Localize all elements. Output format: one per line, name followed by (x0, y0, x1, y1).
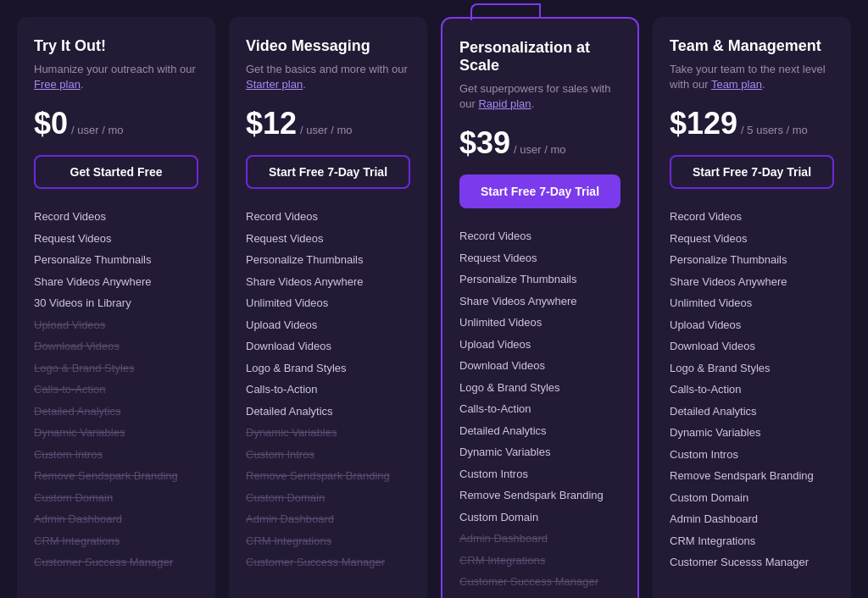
feature-item: Customer Success Manager (246, 551, 410, 573)
plan-description: Get superpowers for sales with our Rapid… (459, 81, 620, 112)
feature-item: Custom Intros (246, 444, 410, 466)
feature-item: Admin Dashboard (246, 508, 410, 530)
feature-item: Dynamic Variables (34, 422, 198, 444)
feature-item: Calls-to-Action (34, 379, 198, 401)
feature-item: Personalize Thumbnails (459, 269, 620, 291)
feature-item: Detailed Analytics (246, 401, 410, 423)
price-period: / 5 users / mo (741, 124, 808, 136)
pricing-grid: Try It Out!Humanize your outreach with o… (17, 17, 851, 598)
feature-item: CRM Integrations (34, 530, 198, 552)
feature-item: Download Videos (459, 355, 620, 377)
feature-item: Logo & Brand Styles (459, 377, 620, 399)
feature-item: Request Videos (670, 228, 834, 250)
feature-item: Customer Sucesss Manager (670, 551, 834, 573)
feature-item: Share Videos Anywhere (459, 291, 620, 313)
pricing-card-personalization-at-scale: Personalization at ScaleGet superpowers … (441, 17, 639, 598)
feature-item: Admin Dashboard (670, 508, 834, 530)
feature-item: Dynamic Variables (670, 422, 834, 444)
feature-item: Custom Intros (670, 444, 834, 466)
feature-item: Unlimited Videos (459, 312, 620, 334)
feature-item: 30 Videos in Library (34, 292, 198, 314)
plan-name: Video Messaging (246, 37, 410, 55)
price-row: $129/ 5 users / mo (670, 106, 834, 141)
feature-item: Share Videos Anywhere (246, 271, 410, 293)
feature-item: Record Videos (246, 206, 410, 228)
features-list: Record VideosRequest VideosPersonalize T… (670, 206, 834, 573)
feature-item: Personalize Thumbnails (246, 249, 410, 271)
cta-button[interactable]: Start Free 7-Day Trial (459, 174, 620, 208)
feature-item: Upload Videos (246, 314, 410, 336)
feature-item: Request Videos (246, 228, 410, 250)
feature-item: Detailed Analytics (670, 401, 834, 423)
feature-item: Detailed Analytics (34, 401, 198, 423)
feature-item: Calls-to-Action (459, 398, 620, 420)
feature-item: Unlimited Videos (246, 292, 410, 314)
pricing-card-video-messaging: Video MessagingGet the basics and more w… (229, 17, 427, 598)
feature-item: CRM Integrations (246, 530, 410, 552)
plan-link[interactable]: Starter plan (246, 78, 303, 91)
feature-item: Upload Videos (34, 314, 198, 336)
feature-item: Custom Domain (246, 487, 410, 509)
feature-item: Custom Intros (34, 444, 198, 466)
feature-item: Calls-to-Action (670, 379, 834, 401)
feature-item: Upload Videos (670, 314, 834, 336)
feature-item: Remove Sendspark Branding (459, 484, 620, 507)
pricing-card-try-it-out: Try It Out!Humanize your outreach with o… (17, 17, 215, 598)
feature-item: Logo & Brand Styles (34, 357, 198, 379)
feature-item: Detailed Analytics (459, 420, 620, 442)
cta-button[interactable]: Get Started Free (34, 155, 198, 189)
feature-item: Dynamic Variables (246, 422, 410, 444)
feature-item: Customer Success Manager (34, 551, 198, 573)
feature-item: Logo & Brand Styles (670, 357, 834, 379)
feature-item: Record Videos (34, 206, 198, 228)
feature-item: Dynamic Variables (459, 441, 620, 463)
feature-item: Request Videos (459, 247, 620, 269)
feature-item: CRM Integrations (459, 550, 620, 572)
feature-item: Remove Sendspark Branding (670, 465, 834, 487)
plan-link[interactable]: Free plan (34, 78, 81, 91)
plan-name: Personalization at Scale (459, 39, 620, 75)
features-list: Record VideosRequest VideosPersonalize T… (459, 225, 620, 593)
price-row: $39/ user / mo (459, 125, 620, 161)
feature-item: Record Videos (459, 225, 620, 247)
feature-item: Logo & Brand Styles (246, 357, 410, 379)
plan-link[interactable]: Team plan (711, 78, 762, 91)
feature-item: Share Videos Anywhere (670, 271, 834, 293)
feature-item: Custom Domain (34, 487, 198, 509)
price-amount: $12 (246, 106, 297, 141)
price-amount: $39 (459, 125, 510, 161)
features-list: Record VideosRequest VideosPersonalize T… (34, 206, 198, 573)
feature-item: Download Videos (34, 335, 198, 357)
feature-item: Unlimited Videos (670, 292, 834, 314)
feature-item: Admin Dashboard (34, 508, 198, 530)
feature-item: CRM Integrations (670, 530, 834, 552)
pricing-card-team-management: Team & ManagementTake your team to the n… (653, 17, 851, 598)
plan-link[interactable]: Rapid plan (478, 97, 531, 110)
feature-item: Custom Domain (459, 507, 620, 529)
feature-item: Personalize Thumbnails (670, 249, 834, 271)
feature-item: Custom Domain (670, 487, 834, 509)
feature-item: Request Videos (34, 228, 198, 250)
feature-item: Remove Sendspark Branding (34, 465, 198, 487)
feature-item: Remove Sendspark Branding (246, 465, 410, 487)
plan-name: Team & Management (670, 37, 834, 55)
plan-name: Try It Out! (34, 37, 198, 55)
price-amount: $0 (34, 106, 68, 141)
cta-button[interactable]: Start Free 7-Day Trial (246, 155, 410, 189)
feature-item: Custom Intros (459, 463, 620, 485)
feature-item: Calls-to-Action (246, 379, 410, 401)
price-row: $12/ user / mo (246, 106, 410, 141)
cta-button[interactable]: Start Free 7-Day Trial (670, 155, 834, 189)
feature-item: Download Videos (670, 335, 834, 357)
feature-item: Upload Videos (459, 334, 620, 356)
feature-item: Download Videos (246, 335, 410, 357)
feature-item: Admin Dashboard (459, 528, 620, 550)
price-period: / user / mo (514, 143, 565, 156)
feature-item: Record Videos (670, 206, 834, 228)
price-row: $0/ user / mo (34, 106, 198, 141)
feature-item: Customer Success Manager (459, 571, 620, 593)
feature-item: Share Videos Anywhere (34, 271, 198, 293)
price-period: / user / mo (300, 124, 352, 136)
price-amount: $129 (670, 106, 737, 141)
plan-description: Humanize your outreach with our Free pla… (34, 62, 198, 92)
